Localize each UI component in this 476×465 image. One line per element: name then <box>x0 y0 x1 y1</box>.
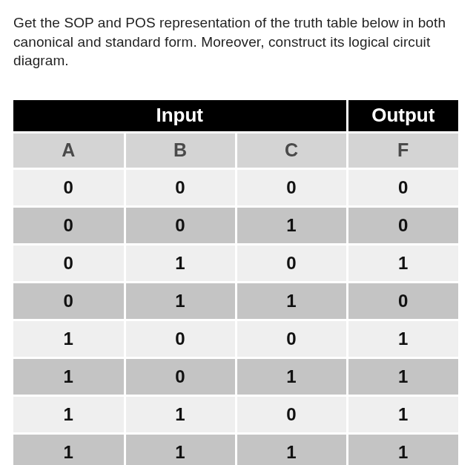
header-output: Output <box>347 100 458 133</box>
cell-a: 0 <box>13 244 125 282</box>
cell-f: 0 <box>347 206 458 244</box>
cell-f: 1 <box>347 244 458 282</box>
cell-b: 1 <box>125 282 236 320</box>
table-row: 0 1 1 0 <box>13 282 458 320</box>
cell-c: 0 <box>236 244 347 282</box>
cell-c: 1 <box>236 206 347 244</box>
col-b: B <box>125 132 236 168</box>
cell-c: 1 <box>236 282 347 320</box>
cell-f: 1 <box>347 357 458 395</box>
table-row: 1 1 0 1 <box>13 395 458 433</box>
cell-b: 1 <box>125 433 236 465</box>
cell-a: 1 <box>13 395 125 433</box>
table-row: 0 1 0 1 <box>13 244 458 282</box>
cell-b: 0 <box>125 168 236 206</box>
cell-a: 1 <box>13 433 125 465</box>
cell-a: 0 <box>13 206 125 244</box>
cell-a: 1 <box>13 357 125 395</box>
table-row: 1 1 1 1 <box>13 433 458 465</box>
col-a: A <box>13 132 125 168</box>
cell-f: 1 <box>347 433 458 465</box>
cell-b: 1 <box>125 395 236 433</box>
table-row: 0 0 0 0 <box>13 168 458 206</box>
cell-c: 1 <box>236 433 347 465</box>
truth-table: Input Output A B C F 0 0 0 0 0 0 1 0 0 1… <box>13 100 458 465</box>
cell-c: 0 <box>236 395 347 433</box>
table-row: 0 0 1 0 <box>13 206 458 244</box>
header-input: Input <box>13 100 347 133</box>
cell-a: 0 <box>13 282 125 320</box>
cell-b: 0 <box>125 320 236 357</box>
col-c: C <box>236 132 347 168</box>
cell-f: 1 <box>347 320 458 357</box>
cell-c: 1 <box>236 357 347 395</box>
cell-f: 0 <box>347 168 458 206</box>
cell-c: 0 <box>236 168 347 206</box>
cell-f: 0 <box>347 282 458 320</box>
cell-f: 1 <box>347 395 458 433</box>
table-group-header-row: Input Output <box>13 100 458 133</box>
cell-a: 1 <box>13 320 125 357</box>
cell-b: 0 <box>125 206 236 244</box>
col-f: F <box>347 132 458 168</box>
table-row: 1 0 1 1 <box>13 357 458 395</box>
cell-b: 0 <box>125 357 236 395</box>
cell-b: 1 <box>125 244 236 282</box>
cell-c: 0 <box>236 320 347 357</box>
table-row: 1 0 0 1 <box>13 320 458 357</box>
cell-a: 0 <box>13 168 125 206</box>
table-column-header-row: A B C F <box>13 132 458 168</box>
question-text: Get the SOP and POS representation of th… <box>13 13 463 70</box>
